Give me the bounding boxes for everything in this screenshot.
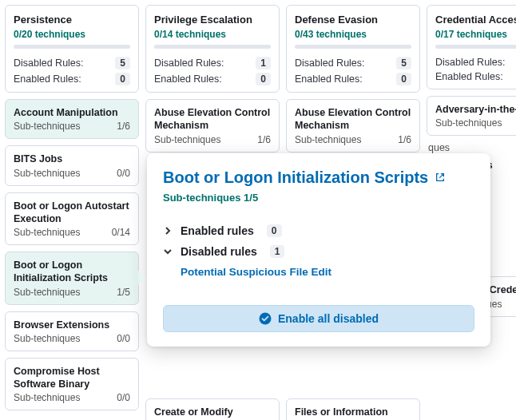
tactic-header: Privilege Escalation0/14 techniquesDisab… xyxy=(145,5,280,93)
partial-text: ques xyxy=(427,142,516,153)
technique-card[interactable]: Create or Modify System ProcessSub-techn… xyxy=(145,398,280,421)
tactic-header: Persistence0/20 techniquesDisabled Rules… xyxy=(5,5,139,93)
technique-card[interactable]: Browser ExtensionsSub-techniques0/0 xyxy=(5,311,139,351)
technique-detail-popover: Boot or Logon Initialization Scripts Sub… xyxy=(147,153,490,347)
technique-name: Abuse Elevation Control Mechanism xyxy=(154,106,271,133)
technique-name: BITS Jobs xyxy=(14,153,130,165)
enabled-rules-label: Enabled rules xyxy=(181,224,254,237)
technique-name: Boot or Logon Autostart Execution xyxy=(14,200,130,226)
technique-name: Create or Modify System Process xyxy=(154,406,271,421)
enabled-count-badge: 0 xyxy=(256,73,271,85)
enabled-count-badge: 0 xyxy=(396,73,411,85)
technique-name: Adversary-in-the-Middle xyxy=(435,103,516,116)
technique-card[interactable]: Abuse Elevation Control MechanismSub-tec… xyxy=(145,99,280,153)
rule-link[interactable]: Potential Suspicious File Edit xyxy=(181,266,474,278)
progress-bar xyxy=(295,45,411,49)
tactic-title: Credential Access xyxy=(435,14,516,26)
enable-all-label: Enable all disabled xyxy=(278,312,379,325)
technique-card[interactable]: Boot or Logon Autostart ExecutionSub-tec… xyxy=(5,192,139,246)
disabled-rules-row: Disabled Rules:5 xyxy=(14,57,130,69)
technique-card[interactable]: Files or InformationSub-techniques0/0 xyxy=(286,398,420,421)
check-circle-icon xyxy=(259,312,272,325)
tactic-title: Privilege Escalation xyxy=(154,14,271,26)
technique-subtechniques: Sub-techniques0/0 xyxy=(14,168,130,179)
disabled-rules-count: 1 xyxy=(270,245,285,258)
technique-subtechniques: Sub-techniques0/14 xyxy=(14,227,130,238)
enabled-rules-row: Enabled Rules:0 xyxy=(154,73,271,85)
disabled-count-badge: 5 xyxy=(396,57,411,69)
tactic-techniques-count: 0/20 techniques xyxy=(14,29,130,40)
tactic-techniques-count: 0/14 techniques xyxy=(154,29,271,40)
tactic-techniques-count: 0/43 techniques xyxy=(295,29,411,40)
technique-subtechniques: Sub-techniques0/0 xyxy=(14,333,130,344)
technique-subtechniques: Sub-techniques1/6 xyxy=(295,134,411,145)
chevron-down-icon xyxy=(163,247,173,256)
enabled-rules-row: Enabled Rules: xyxy=(435,71,516,82)
technique-subtechniques: Sub-techniques1/6 xyxy=(154,134,271,145)
disabled-rules-row: Disabled Rules:1 xyxy=(154,57,271,69)
tactic-header: Credential Access0/17 techniquesDisabled… xyxy=(427,5,516,89)
disabled-rules-row: Disabled Rules:5 xyxy=(295,57,411,69)
technique-subtechniques: Sub-techniques0/0 xyxy=(14,392,130,403)
technique-name: Browser Extensions xyxy=(14,319,130,331)
disabled-rules-toggle[interactable]: Disabled rules 1 xyxy=(163,245,474,258)
technique-card[interactable]: Abuse Elevation Control MechanismSub-tec… xyxy=(286,99,420,153)
tactic-title: Defense Evasion xyxy=(295,14,411,26)
enabled-rules-row: Enabled Rules:0 xyxy=(295,73,411,85)
chevron-right-icon xyxy=(163,226,173,236)
technique-card[interactable]: Adversary-in-the-MiddleSub-techniques xyxy=(427,96,516,136)
tactic-techniques-count: 0/17 techniques xyxy=(435,29,516,40)
technique-card[interactable]: BITS JobsSub-techniques0/0 xyxy=(5,145,139,185)
technique-subtechniques: Sub-techniques1/5 xyxy=(14,287,130,298)
popover-title: Boot or Logon Initialization Scripts xyxy=(163,168,428,187)
enable-all-disabled-button[interactable]: Enable all disabled xyxy=(163,305,474,332)
disabled-count-badge: 5 xyxy=(115,57,130,69)
active-caret-icon xyxy=(138,271,145,285)
technique-name: Files or Information xyxy=(295,406,411,418)
popover-subtechniques-count: Sub-techniques 1/5 xyxy=(163,192,474,204)
disabled-rules-label: Disabled rules xyxy=(181,245,257,258)
technique-name: Abuse Elevation Control Mechanism xyxy=(295,106,411,133)
tactic-header: Defense Evasion0/43 techniquesDisabled R… xyxy=(286,5,420,93)
technique-subtechniques: Sub-techniques1/6 xyxy=(14,121,130,132)
enabled-rules-toggle[interactable]: Enabled rules 0 xyxy=(163,224,474,237)
technique-subtechniques: Sub-techniques xyxy=(435,117,516,129)
enabled-count-badge: 0 xyxy=(115,73,130,85)
technique-card[interactable]: Account ManipulationSub-techniques1/6 xyxy=(5,99,139,139)
technique-card[interactable]: Compromise Host Software BinarySub-techn… xyxy=(5,358,139,411)
disabled-count-badge: 1 xyxy=(256,57,271,69)
disabled-rules-row: Disabled Rules: xyxy=(435,57,516,68)
tactic-title: Persistence xyxy=(14,14,130,26)
progress-bar xyxy=(435,45,516,49)
technique-name: Boot or Logon Initialization Scripts xyxy=(14,259,130,285)
enabled-rules-count: 0 xyxy=(267,224,282,237)
technique-name: Account Manipulation xyxy=(14,106,130,119)
progress-bar xyxy=(154,45,271,49)
external-link-icon[interactable] xyxy=(435,172,446,183)
technique-name: Compromise Host Software Binary xyxy=(14,365,130,391)
progress-bar xyxy=(14,45,130,49)
technique-card[interactable]: Boot or Logon Initialization ScriptsSub-… xyxy=(5,252,139,305)
enabled-rules-row: Enabled Rules:0 xyxy=(14,73,130,85)
